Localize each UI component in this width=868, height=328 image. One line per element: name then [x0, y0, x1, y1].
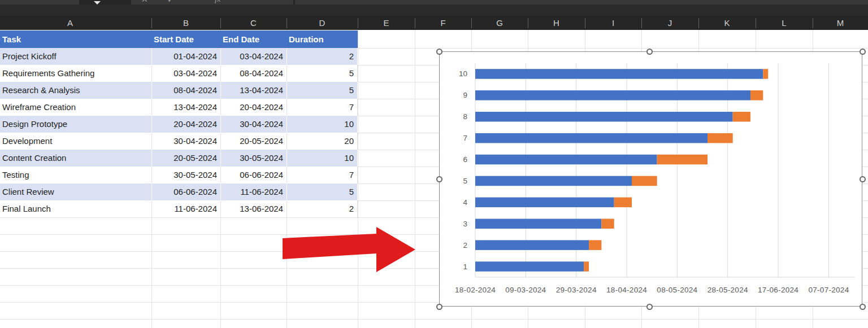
cell-start-date[interactable]: 06-06-2024 — [151, 183, 220, 200]
cell-end-date[interactable]: 11-06-2024 — [220, 183, 287, 200]
cell-start-date[interactable]: 08-04-2024 — [151, 82, 220, 99]
selection-handle[interactable] — [436, 176, 442, 182]
cell-start-date[interactable]: 20-05-2024 — [151, 150, 220, 167]
table-row: Client Review06-06-202411-06-20245 — [0, 183, 358, 200]
column-header-M[interactable]: M — [813, 16, 868, 30]
cell-task[interactable]: Content Creation — [0, 150, 151, 167]
header-cell-duration[interactable]: Duration — [287, 30, 358, 48]
cell-task[interactable]: Research & Analysis — [0, 82, 151, 99]
red-arrow[interactable] — [283, 224, 418, 274]
gantt-chart[interactable]: 1234567891018-02-202409-03-202429-03-202… — [439, 51, 862, 307]
column-header-separator — [471, 18, 472, 28]
bar-start-segment — [475, 176, 632, 186]
cell-duration[interactable]: 5 — [287, 65, 358, 82]
chart-category-label: 10 — [459, 69, 467, 78]
cell-start-date[interactable]: 11-06-2024 — [151, 200, 220, 217]
cell-duration[interactable]: 10 — [287, 116, 358, 133]
bar-duration-segment — [763, 69, 768, 79]
column-header-H[interactable]: H — [528, 16, 585, 30]
column-header-F[interactable]: F — [415, 16, 471, 30]
bar-duration-segment — [708, 133, 733, 143]
cell-end-date[interactable]: 03-04-2024 — [220, 48, 287, 65]
cell-end-date[interactable]: 30-05-2024 — [220, 150, 287, 167]
cell-start-date[interactable]: 01-04-2024 — [151, 48, 220, 65]
column-header-L[interactable]: L — [756, 16, 813, 30]
column-header-I[interactable]: I — [585, 16, 641, 30]
cancel-icon[interactable]: ✕ — [141, 0, 148, 5]
cell-task[interactable]: Development — [0, 133, 151, 150]
cell-duration[interactable]: 10 — [287, 150, 358, 167]
chart-x-axis-label: 08-05-2024 — [657, 286, 697, 294]
bar-start-segment — [475, 219, 601, 229]
cell-start-date[interactable]: 20-04-2024 — [151, 116, 220, 133]
formula-bar-row — [0, 5, 868, 16]
cell-end-date[interactable]: 08-04-2024 — [220, 65, 287, 82]
bar-duration-segment — [601, 219, 614, 229]
chart-category-label: 4 — [463, 198, 467, 207]
selection-handle[interactable] — [646, 304, 653, 310]
table-row: Testing30-05-202406-06-20247 — [0, 167, 358, 183]
column-header-separator — [585, 18, 585, 28]
column-header-D[interactable]: D — [287, 16, 358, 30]
cell-end-date[interactable]: 13-04-2024 — [220, 82, 287, 99]
header-cell-start-date[interactable]: Start Date — [151, 30, 220, 48]
cell-task[interactable]: Requirements Gathering — [0, 65, 151, 82]
column-header-E[interactable]: E — [358, 16, 415, 30]
cell-start-date[interactable]: 30-04-2024 — [151, 133, 220, 150]
name-box-dropdown[interactable] — [79, 0, 131, 5]
column-header-K[interactable]: K — [698, 16, 756, 30]
column-header-separator — [756, 18, 756, 28]
formula-bar-divider — [293, 0, 295, 5]
bar-start-segment — [475, 133, 708, 143]
column-header-B[interactable]: B — [151, 16, 220, 30]
cell-end-date[interactable]: 30-04-2024 — [220, 116, 287, 133]
selection-handle[interactable] — [860, 49, 866, 55]
column-header-G[interactable]: G — [471, 16, 528, 30]
cell-start-date[interactable]: 03-04-2024 — [151, 65, 220, 82]
selection-handle[interactable] — [436, 49, 442, 55]
header-cell-task[interactable]: Task — [0, 30, 151, 48]
cell-start-date[interactable]: 30-05-2024 — [151, 167, 220, 183]
cell-end-date[interactable]: 13-06-2024 — [220, 200, 287, 217]
cell-task[interactable]: Design Prototype — [0, 116, 151, 133]
column-header-separator — [220, 18, 221, 28]
bar-duration-segment — [632, 176, 657, 186]
cell-duration[interactable]: 2 — [287, 48, 358, 65]
insert-function-icon[interactable]: fx — [215, 0, 220, 5]
chart-x-axis-label: 18-02-2024 — [455, 286, 496, 294]
chart-category-label: 7 — [463, 134, 467, 142]
chart-category-label: 9 — [463, 91, 467, 99]
formula-bar-bottom-sliver: ✕ ✓ fx — [0, 0, 868, 5]
selection-handle[interactable] — [860, 176, 866, 182]
header-cell-end-date[interactable]: End Date — [220, 30, 287, 48]
selection-handle[interactable] — [860, 304, 866, 310]
cell-task[interactable]: Final Launch — [0, 200, 151, 217]
chart-category-label: 1 — [463, 263, 467, 271]
column-header-separator — [528, 18, 528, 28]
cell-end-date[interactable]: 06-06-2024 — [220, 167, 287, 183]
bar-start-segment — [475, 112, 733, 122]
column-header-J[interactable]: J — [641, 16, 698, 30]
cell-duration[interactable]: 2 — [287, 200, 358, 217]
cell-start-date[interactable]: 13-04-2024 — [151, 99, 220, 116]
bar-start-segment — [475, 90, 750, 100]
selection-handle[interactable] — [436, 304, 442, 310]
column-header-C[interactable]: C — [220, 16, 287, 30]
cell-duration[interactable]: 7 — [287, 167, 358, 183]
task-table: TaskStart DateEnd DateDurationProject Ki… — [0, 30, 358, 217]
selection-handle[interactable] — [646, 49, 653, 55]
cell-task[interactable]: Wireframe Creation — [0, 99, 151, 116]
cell-task[interactable]: Client Review — [0, 183, 151, 200]
enter-icon[interactable]: ✓ — [167, 0, 174, 5]
chart-category-label: 5 — [463, 177, 467, 185]
chart-x-axis-label: 29-03-2024 — [556, 286, 597, 294]
cell-duration[interactable]: 7 — [287, 99, 358, 116]
cell-task[interactable]: Testing — [0, 167, 151, 183]
cell-task[interactable]: Project Kickoff — [0, 48, 151, 65]
column-header-A[interactable]: A — [0, 16, 151, 30]
cell-duration[interactable]: 5 — [287, 183, 358, 200]
cell-end-date[interactable]: 20-04-2024 — [220, 99, 287, 116]
cell-duration[interactable]: 20 — [287, 133, 358, 150]
cell-end-date[interactable]: 20-05-2024 — [220, 133, 287, 150]
cell-duration[interactable]: 5 — [287, 82, 358, 99]
